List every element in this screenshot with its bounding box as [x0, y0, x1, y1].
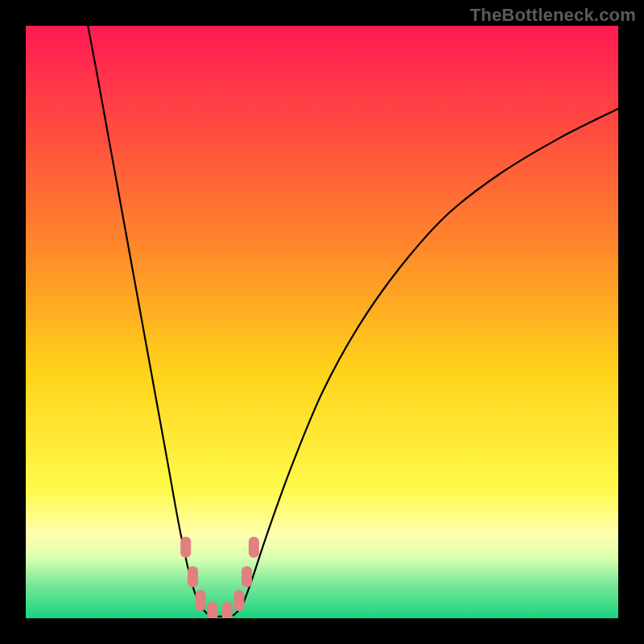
valley-marker [222, 602, 233, 618]
valley-marker [207, 602, 217, 618]
chart-svg [26, 26, 618, 618]
plot-area [26, 26, 618, 618]
valley-marker [242, 566, 252, 587]
watermark-text: TheBottleneck.com [470, 5, 636, 26]
valley-marker [180, 537, 191, 558]
chart-frame: TheBottleneck.com [0, 0, 644, 644]
valley-marker [196, 590, 206, 611]
valley-marker [233, 590, 244, 611]
valley-marker [188, 566, 198, 587]
valley-marker [249, 537, 259, 558]
chart-background [26, 26, 618, 618]
